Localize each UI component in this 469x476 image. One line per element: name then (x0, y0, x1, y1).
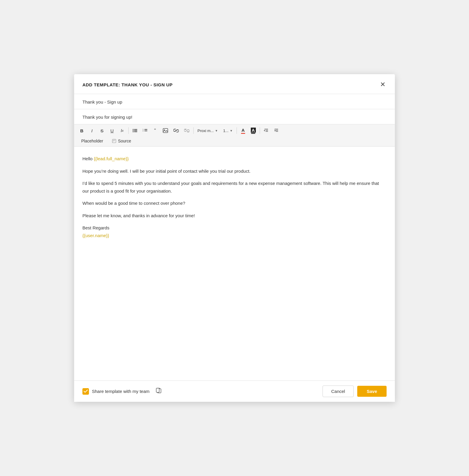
svg-point-4 (133, 131, 134, 132)
modal-header: ADD TEMPLATE: THANK YOU - SIGN UP ✕ (74, 74, 395, 94)
greeting-text: Hello (82, 156, 94, 161)
line4: Please let me know, and thanks in advanc… (82, 212, 387, 220)
user-name-placeholder: {{user.name}} (82, 233, 109, 238)
blockquote-button[interactable]: “ (150, 126, 160, 135)
ordered-list-icon: 1.2. (143, 128, 147, 133)
toolbar: B I S U Ix 1.2. “ (74, 124, 395, 147)
tab-source-label: Source (118, 139, 131, 143)
font-size-dropdown[interactable]: 1... ▼ (221, 126, 235, 135)
sign-off: Best Regards {{user.name}} (82, 224, 387, 239)
indent-decrease-button[interactable] (261, 126, 271, 135)
source-icon (112, 139, 116, 143)
indent-decrease-icon (264, 128, 269, 133)
checkmark-icon (84, 390, 88, 393)
link-icon (173, 128, 179, 133)
separator-1 (128, 127, 129, 134)
line3: When would be a good time to connect ove… (82, 199, 387, 207)
footer-right: Cancel Save (323, 385, 387, 397)
cancel-button[interactable]: Cancel (323, 385, 354, 397)
bg-color-button[interactable]: A (248, 126, 258, 135)
image-icon (163, 128, 168, 133)
preheader-text: Thank you for signing up! (82, 115, 132, 120)
separator-3 (237, 127, 237, 134)
image-button[interactable] (160, 126, 170, 135)
editor-area[interactable]: Hello {{lead.full_name}} Hope you’re doi… (74, 147, 395, 380)
ordered-list-button[interactable]: 1.2. (140, 126, 150, 135)
copy-icon (156, 388, 161, 394)
link-button[interactable] (171, 126, 181, 135)
copy-button[interactable] (154, 386, 163, 396)
svg-point-0 (133, 129, 134, 130)
font-color-button[interactable]: A (238, 126, 248, 135)
tab-placeholder[interactable]: Placeholder (77, 137, 107, 145)
svg-rect-7 (144, 129, 147, 130)
separator-2 (193, 127, 194, 134)
share-checkbox[interactable] (82, 388, 89, 395)
italic-button[interactable]: I (87, 126, 97, 135)
bold-button[interactable]: B (77, 126, 87, 135)
svg-point-2 (133, 130, 134, 131)
unlink-button[interactable] (182, 126, 192, 135)
svg-text:2.: 2. (143, 130, 144, 132)
toolbar-row-2: Placeholder Source (74, 137, 395, 146)
save-button[interactable]: Save (357, 386, 387, 397)
subject-row: Thank you - Sign up (74, 94, 395, 109)
line1: Hope you’re doing well. I will be your i… (82, 167, 387, 175)
separator-4 (260, 127, 260, 134)
close-button[interactable]: ✕ (379, 81, 387, 88)
svg-rect-24 (156, 388, 159, 392)
unlink-icon (184, 128, 189, 133)
greeting-line: Hello {{lead.full_name}} (82, 155, 387, 163)
lead-full-name-placeholder: {{lead.full_name}} (94, 156, 129, 161)
modal-title: ADD TEMPLATE: THANK YOU - SIGN UP (82, 82, 173, 87)
unordered-list-icon (133, 128, 137, 133)
svg-rect-3 (134, 130, 137, 131)
line2: I’d like to spend 5 minutes with you to … (82, 180, 387, 195)
unordered-list-button[interactable] (130, 126, 140, 135)
modal: ADD TEMPLATE: THANK YOU - SIGN UP ✕ Than… (74, 74, 395, 402)
clear-format-button[interactable]: Ix (117, 126, 127, 135)
tab-source[interactable]: Source (108, 137, 135, 145)
indent-increase-button[interactable] (272, 126, 281, 135)
footer: Share template with my team Cancel Save (74, 380, 395, 402)
svg-rect-10 (163, 128, 168, 133)
underline-button[interactable]: U (107, 126, 117, 135)
strikethrough-button[interactable]: S (97, 126, 107, 135)
svg-rect-9 (144, 131, 147, 131)
share-label: Share template with my team (92, 389, 149, 394)
svg-rect-1 (134, 129, 137, 130)
footer-left: Share template with my team (82, 386, 163, 396)
preheader-row: Thank you for signing up! (74, 109, 395, 124)
font-family-dropdown[interactable]: Proxi m... ▼ (195, 126, 220, 135)
subject-text: Thank you - Sign up (82, 99, 122, 104)
share-checkbox-group: Share template with my team (82, 388, 149, 395)
tab-placeholder-label: Placeholder (81, 139, 103, 143)
toolbar-row-1: B I S U Ix 1.2. “ (74, 124, 395, 137)
svg-rect-5 (134, 131, 137, 132)
indent-increase-icon (274, 128, 279, 133)
